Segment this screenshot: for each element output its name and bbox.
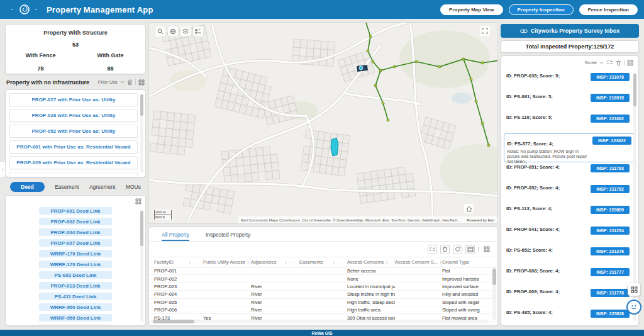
deed-link-button[interactable]: PROP-013 Deed Link xyxy=(39,282,112,289)
insp-button[interactable]: INSP: 211782 xyxy=(591,185,630,193)
scrollbar-thumb[interactable] xyxy=(140,94,143,116)
column-menu-icon[interactable]: ··· xyxy=(193,260,199,264)
inspection-item[interactable]: ID: PS-681; Score: 5;INSP: 216915 xyxy=(506,92,633,113)
insp-button[interactable]: INSP: 221062 xyxy=(591,115,630,123)
list-item[interactable]: PROP-028 with Prior Use as: Utility xyxy=(9,109,138,122)
column-header[interactable]: Access Concerns↕··· xyxy=(347,257,395,267)
scrollbar-thumb[interactable] xyxy=(140,211,143,246)
deed-link-clipped[interactable] xyxy=(39,325,112,326)
inspection-item[interactable]: ID: PROP-008; Score: 4;INSP: 211777 xyxy=(506,266,633,287)
tab-easement[interactable]: Easement xyxy=(55,184,79,190)
tab-deed[interactable]: Deed xyxy=(10,182,45,192)
inspection-item[interactable]: ID: PS-110; Score: 5;INSP: 221062 xyxy=(506,113,633,133)
tab-agreement[interactable]: Agreement xyxy=(89,184,116,190)
insp-button[interactable]: INSP: 223622 xyxy=(592,137,631,145)
deed-link-button[interactable]: WRRF-950 Deed Link xyxy=(39,303,112,311)
sort-field-label[interactable]: Score xyxy=(584,60,597,65)
grid-icon[interactable] xyxy=(135,198,142,204)
sort-icon[interactable]: ↕ xyxy=(333,260,335,264)
horizontal-scrollbar[interactable] xyxy=(152,320,489,323)
widget-controller-grid-icon[interactable] xyxy=(628,283,640,296)
inspection-item[interactable]: ID: PROP-051; Score: 4;INSP: 211783 xyxy=(506,162,633,183)
refresh-icon[interactable] xyxy=(453,245,462,254)
list-item[interactable]: PROP-027 with Prior Use as: Utility xyxy=(9,93,138,106)
column-header[interactable]: Access Concern S...↕··· xyxy=(395,257,442,267)
table-row[interactable]: PROP-003RiverLocated in municipal parkIm… xyxy=(149,283,497,291)
map-canvas[interactable]: 200 m 600 ft Esri Community Maps Contrib… xyxy=(148,22,498,224)
deed-link-button[interactable]: PS-602 Deed Link xyxy=(39,271,112,279)
insp-button[interactable]: INSP: 211777 xyxy=(591,268,630,276)
cityworks-inbox-button[interactable]: Cityworks Property Survey Inbox xyxy=(501,24,639,38)
grid-icon[interactable] xyxy=(482,245,491,254)
sort-icon[interactable]: ↕ xyxy=(440,260,441,264)
insp-button[interactable]: INSP: 220809 xyxy=(591,206,630,214)
insp-button[interactable]: INSP: 221276 xyxy=(591,247,630,255)
sort-icon[interactable]: ↕ xyxy=(386,260,387,264)
fullscreen-icon[interactable] xyxy=(480,26,490,36)
deed-link-button[interactable]: PROP-001 Deed Link xyxy=(39,207,112,215)
nav-property-inspection-button[interactable]: Property Inspection xyxy=(509,4,574,15)
chevron-down-icon[interactable] xyxy=(120,81,125,84)
sort-icon[interactable]: ↕ xyxy=(247,260,249,264)
table-row[interactable]: PROP-005RiverHigh traffic, Steep decline… xyxy=(149,299,497,306)
insp-button[interactable]: INSP: 211254 xyxy=(591,227,630,235)
search-icon[interactable] xyxy=(155,26,165,36)
column-header[interactable]: Adjacencies↕··· xyxy=(251,257,299,267)
home-extent-icon[interactable] xyxy=(464,204,474,213)
column-settings-icon[interactable] xyxy=(465,245,475,254)
deed-link-button[interactable]: WRRF-170 Deed Link xyxy=(39,250,112,257)
inspection-item[interactable]: ID: PROP-035; Score: 5;INSP: 211078 xyxy=(506,71,633,92)
feedback-smiley-icon[interactable] xyxy=(626,300,641,315)
inspection-item[interactable]: ID: PS-485; Score: 4;INSP: 225828 xyxy=(506,308,633,326)
show-selection-icon[interactable] xyxy=(428,245,437,254)
tab-all-property[interactable]: All Property xyxy=(162,232,189,241)
deed-link-button[interactable]: PROP-004 Deed Link xyxy=(39,228,112,236)
grid-icon[interactable] xyxy=(627,60,633,66)
inspection-item[interactable]: ID: PROP-052; Score: 4;INSP: 211782 xyxy=(506,183,633,204)
column-menu-icon[interactable]: ··· xyxy=(390,260,395,264)
nav-property-map-view-button[interactable]: Property Map View xyxy=(440,4,502,15)
insp-button[interactable]: INSP: 211783 xyxy=(591,164,630,172)
sort-icon[interactable]: ↕ xyxy=(285,260,287,264)
scrollbar-thumb[interactable] xyxy=(492,269,496,285)
sort-icon[interactable]: ↕ xyxy=(189,260,191,264)
deed-link-button[interactable]: PROP-007 Deed Link xyxy=(39,239,112,247)
list-item[interactable]: PROP-029 with Prior Use as: Residential … xyxy=(9,156,138,169)
legend-icon[interactable] xyxy=(193,26,203,36)
insp-button[interactable]: INSP: 216915 xyxy=(591,94,630,102)
show-selection-icon[interactable] xyxy=(606,60,613,65)
tab-inspected-property[interactable]: Inspected Property xyxy=(206,232,250,241)
tab-mous[interactable]: MOUs xyxy=(126,184,141,190)
scrollbar-thumb[interactable] xyxy=(153,320,194,323)
column-menu-icon[interactable]: ··· xyxy=(337,260,343,264)
basemap-globe-icon[interactable] xyxy=(168,26,178,36)
table-row[interactable]: PROP-002NoneImproved hardsta xyxy=(149,275,497,283)
insp-button[interactable]: INSP: 211778 xyxy=(591,289,630,297)
panel-collapse-handle[interactable]: › xyxy=(0,161,6,177)
trash-icon[interactable] xyxy=(440,245,450,254)
scrollbar-thumb[interactable] xyxy=(633,74,636,106)
insp-button[interactable]: INSP: 225828 xyxy=(591,310,630,318)
sort-field-label[interactable]: Prior Use xyxy=(98,79,118,85)
column-header[interactable]: Public Utility Access↕··· xyxy=(203,257,251,267)
chevron-down-icon[interactable] xyxy=(599,61,604,64)
layers-icon[interactable] xyxy=(180,26,191,36)
inspection-item[interactable]: ID: PS-113; Score: 4;INSP: 220809 xyxy=(506,204,633,225)
column-header[interactable]: FacilityID↕··· xyxy=(154,257,203,267)
column-header[interactable]: Easements↕··· xyxy=(299,257,347,267)
insp-button[interactable]: INSP: 211078 xyxy=(591,73,630,81)
grid-icon[interactable] xyxy=(138,79,145,86)
trash-icon[interactable] xyxy=(127,79,133,86)
list-item[interactable]: PROP-001 with Prior Use as: Residential … xyxy=(9,140,138,154)
table-row[interactable]: PROP-004RiverSteep incline in high traff… xyxy=(149,291,497,298)
trash-icon[interactable] xyxy=(616,60,621,66)
inspection-item[interactable]: ID: PS-652; Score: 4;INSP: 221276 xyxy=(506,245,633,266)
column-menu-icon[interactable]: ··· xyxy=(289,260,296,264)
nav-fence-inspection-button[interactable]: Fence Inspection xyxy=(579,4,638,15)
column-header[interactable]: Ground Type xyxy=(442,257,497,267)
inspection-item[interactable]: ID: PROP-009; Score: 4;INSP: 211778 xyxy=(506,287,633,308)
table-row[interactable]: PROP-001Better accessFlat xyxy=(149,267,497,275)
inspection-item[interactable]: ID: PROP-041; Score: 4;INSP: 211254 xyxy=(506,225,633,245)
deed-link-button[interactable]: WRRF-950 Deed Link xyxy=(39,314,112,322)
deed-link-button[interactable]: PS-411 Deed Link xyxy=(39,293,112,300)
